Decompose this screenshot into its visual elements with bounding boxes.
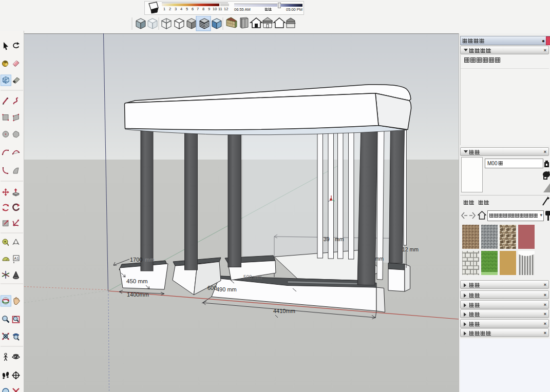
svg-text:450 mm: 450 mm	[126, 278, 148, 284]
svg-text:1400mm: 1400mm	[127, 291, 149, 298]
svg-text:1700: 1700	[130, 257, 142, 263]
svg-text:A1: A1	[14, 257, 19, 260]
svg-text:4410mm: 4410mm	[273, 308, 295, 314]
svg-text:12 mm: 12 mm	[402, 246, 419, 252]
svg-text:39: 39	[324, 236, 330, 242]
svg-text:490 mm: 490 mm	[216, 286, 237, 292]
svg-text:500 mm: 500 mm	[243, 275, 262, 280]
svg-text:mm: mm	[145, 257, 154, 263]
svg-text:600: 600	[207, 285, 217, 291]
svg-text:mm: mm	[335, 236, 344, 242]
